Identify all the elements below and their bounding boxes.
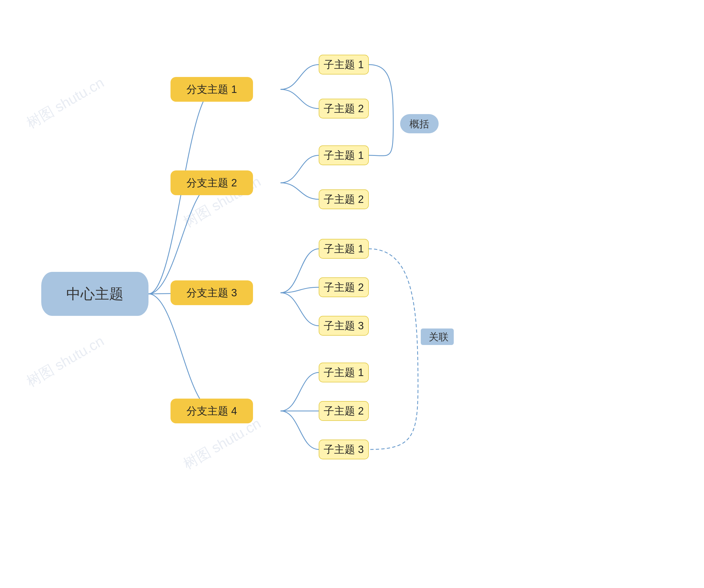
connector-b3-c1 (281, 249, 319, 293)
connector-b4-c3 (281, 411, 319, 449)
b2-child-2[interactable]: 子主题 2 (319, 190, 368, 209)
annotation-relation-label: 关联 (429, 331, 449, 342)
branch-3-label: 分支主题 3 (186, 287, 237, 299)
annotation-relation[interactable]: 关联 (421, 328, 454, 345)
b3-child-2[interactable]: 子主题 2 (319, 278, 368, 297)
connector-bracket-summary (368, 65, 393, 156)
b4-child-2[interactable]: 子主题 2 (319, 401, 368, 420)
connector-b1-c1 (281, 65, 319, 89)
connector-b4-c1 (281, 373, 319, 411)
branch-node-4[interactable]: 分支主题 4 (171, 399, 253, 423)
b1-c1-label: 子主题 1 (324, 59, 364, 70)
connector-b3-c2 (281, 287, 319, 293)
b3-child-1[interactable]: 子主题 1 (319, 239, 368, 258)
branch-1-label: 分支主题 1 (186, 83, 237, 95)
branch-node-1[interactable]: 分支主题 1 (171, 77, 253, 102)
b4-c3-label: 子主题 3 (324, 444, 364, 455)
b2-c2-label: 子主题 2 (324, 194, 364, 205)
b3-c3-label: 子主题 3 (324, 320, 364, 331)
connector-b2-c2 (281, 183, 319, 199)
connector-b2-c1 (281, 155, 319, 183)
center-node[interactable]: 中心主题 (41, 272, 149, 316)
b1-child-2[interactable]: 子主题 2 (319, 99, 368, 118)
b3-c1-label: 子主题 1 (324, 243, 364, 255)
branch-node-2[interactable]: 分支主题 2 (171, 171, 253, 195)
b2-c1-label: 子主题 1 (324, 149, 364, 161)
b4-c1-label: 子主题 1 (324, 367, 364, 378)
branch-node-3[interactable]: 分支主题 3 (171, 280, 253, 305)
annotation-summary-label: 概括 (409, 118, 429, 129)
b4-child-1[interactable]: 子主题 1 (319, 363, 368, 382)
b4-child-3[interactable]: 子主题 3 (319, 440, 368, 459)
b3-child-3[interactable]: 子主题 3 (319, 316, 368, 335)
connector-b3-c3 (281, 293, 319, 326)
b2-child-1[interactable]: 子主题 1 (319, 146, 368, 165)
b3-c2-label: 子主题 2 (324, 281, 364, 293)
branch-4-label: 分支主题 4 (186, 405, 237, 417)
b1-c2-label: 子主题 2 (324, 103, 364, 114)
connector-center-branch4 (149, 294, 215, 411)
mind-map-diagram: 中心主题 分支主题 1 分支主题 2 分支主题 3 分支主题 4 子主题 1 子… (0, 0, 704, 588)
b1-child-1[interactable]: 子主题 1 (319, 55, 368, 74)
b4-c2-label: 子主题 2 (324, 405, 364, 417)
center-node-label: 中心主题 (66, 286, 123, 302)
annotation-summary[interactable]: 概括 (400, 114, 438, 133)
connector-relation-dashed (368, 249, 418, 449)
connector-center-branch2 (149, 183, 215, 294)
connector-b1-c2 (281, 89, 319, 109)
branch-2-label: 分支主题 2 (186, 177, 237, 189)
